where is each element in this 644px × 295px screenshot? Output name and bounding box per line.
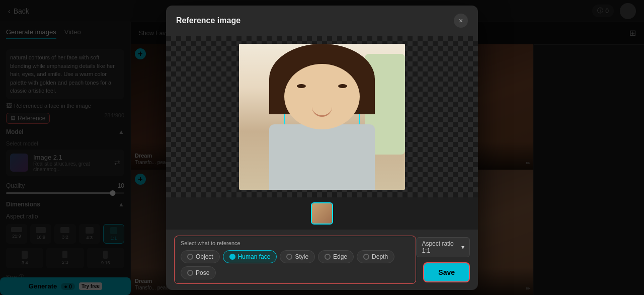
reference-options: Select what to reference Object Human fa…	[174, 236, 416, 284]
smile	[312, 107, 332, 117]
aspect-ratio-dropdown[interactable]: Aspect ratio 1:1 ▾	[416, 237, 470, 257]
eye-right	[338, 84, 347, 88]
modal-bottom: Select what to reference Object Human fa…	[166, 230, 478, 290]
radio-human-face	[229, 254, 235, 260]
option-buttons: Object Human face Style Edge	[181, 250, 410, 279]
reference-photo	[239, 44, 405, 190]
modal-title: Reference image	[176, 16, 240, 25]
chevron-down-icon: ▾	[461, 244, 464, 251]
modal-close-button[interactable]: ×	[454, 14, 468, 28]
photo-container	[239, 44, 405, 190]
modal-header: Reference image ×	[166, 6, 478, 36]
option-edge[interactable]: Edge	[318, 250, 354, 263]
person-body	[269, 124, 375, 190]
save-button[interactable]: Save	[423, 262, 470, 282]
option-style[interactable]: Style	[280, 250, 315, 263]
option-depth[interactable]: Depth	[357, 250, 394, 263]
modal-right-controls: Aspect ratio 1:1 ▾ Save	[416, 237, 470, 282]
person-face	[284, 64, 360, 129]
image-preview-area	[166, 36, 478, 197]
modal-overlay[interactable]: Reference image ×	[0, 0, 644, 295]
thumbnail-1[interactable]	[311, 202, 333, 225]
eye-left	[297, 84, 306, 88]
aspect-ratio-value: Aspect ratio 1:1	[422, 240, 458, 254]
option-object[interactable]: Object	[181, 250, 220, 263]
radio-edge	[325, 254, 331, 260]
reference-select-label: Select what to reference	[181, 240, 410, 246]
radio-pose	[187, 270, 193, 276]
close-icon: ×	[459, 17, 463, 25]
option-human-face[interactable]: Human face	[223, 250, 277, 263]
thumb-img-1	[312, 203, 332, 224]
thumbnail-strip	[166, 197, 478, 230]
reference-image-modal: Reference image ×	[166, 6, 478, 290]
radio-object	[187, 254, 193, 260]
radio-depth	[363, 254, 369, 260]
radio-style	[286, 254, 292, 260]
option-pose[interactable]: Pose	[181, 266, 216, 279]
